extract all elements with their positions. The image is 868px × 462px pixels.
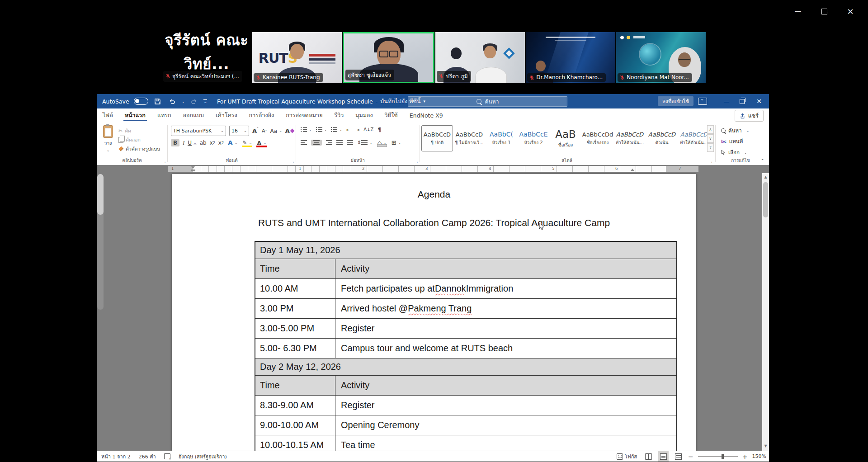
meeting-minimize-button[interactable]: — xyxy=(791,5,805,17)
copy-button[interactable]: คัดลอก xyxy=(118,136,160,144)
style-normal[interactable]: AaBbCcD¶ ปกติ xyxy=(421,125,453,151)
style-emphasis[interactable]: AaBbCcDตัวเน้น xyxy=(646,125,678,151)
style-subtitle[interactable]: AaBbCcDdชื่อเรื่องรอง xyxy=(582,125,613,151)
horizontal-ruler[interactable]: 1 1 2 3 4 5 6 7 xyxy=(168,166,698,172)
zoom-out-button[interactable]: − xyxy=(688,453,693,460)
line-spacing-button[interactable]: ⇕⌄ xyxy=(357,140,373,146)
tab-insert[interactable]: แทรก xyxy=(151,108,177,122)
undo-button[interactable] xyxy=(167,96,177,106)
change-case-button[interactable]: Aa⌄ xyxy=(270,128,282,134)
styles-scroll-up[interactable]: ∧ xyxy=(707,125,714,134)
styles-scroll-down[interactable]: ∨ xyxy=(707,134,714,143)
search-box[interactable]: ค้นหา xyxy=(408,96,567,107)
page-indicator[interactable]: หน้า 1 จาก 2 xyxy=(101,453,131,461)
text-effects-button[interactable]: A⌄ xyxy=(227,139,239,146)
scrollbar-thumb[interactable] xyxy=(763,182,768,217)
word-count[interactable]: 266 คำ xyxy=(139,453,156,461)
align-left-button[interactable] xyxy=(301,140,307,145)
bullets-button[interactable]: ⌄ xyxy=(301,127,312,132)
quick-access-customize-button[interactable]: ⌄ xyxy=(203,99,207,104)
participant-tile-noordiyana[interactable]: Noordiyana Mat Noor... xyxy=(616,32,706,83)
tab-view[interactable]: มุมมอง xyxy=(349,108,378,122)
style-title[interactable]: AaBชื่อเรื่อง xyxy=(550,125,581,151)
language-indicator[interactable]: อังกฤษ (สหรัฐอเมริกา) xyxy=(179,453,227,461)
zoom-in-button[interactable]: + xyxy=(742,453,748,460)
tab-design[interactable]: ออกแบบ xyxy=(177,108,210,122)
style-heading2[interactable]: AaBbCcEหัวเรื่อง 2 xyxy=(518,125,549,151)
style-heading1[interactable]: AaBbC(หัวเรื่อง 1 xyxy=(486,125,517,151)
print-layout-button[interactable] xyxy=(658,451,669,462)
style-no-spacing[interactable]: AaBbCcD¶ ไม่มีการเว้... xyxy=(453,125,485,151)
increase-indent-button[interactable]: ⇥ xyxy=(355,127,359,133)
strikethrough-button[interactable]: ab xyxy=(200,140,207,146)
find-button[interactable]: ค้นหา⌄ xyxy=(721,126,749,135)
participant-tile-kansinee[interactable]: RUTS Kansinee RUTS-Trang xyxy=(252,32,342,83)
numbering-button[interactable]: ⌄ xyxy=(316,127,327,132)
participant-tile-supatcha-speaking[interactable]: สุพัชชา ซูเสียงแจ้ว xyxy=(343,32,435,83)
document-title[interactable]: For UMT Draft Tropical Aquaculture Works… xyxy=(217,94,425,108)
replace-button[interactable]: bcแทนที่ xyxy=(721,137,749,146)
ribbon-display-options-button[interactable] xyxy=(698,98,707,105)
vertical-scrollbar[interactable]: ▲ ▼ xyxy=(762,173,769,451)
subscript-button[interactable]: x2 xyxy=(210,140,215,146)
align-center-button[interactable] xyxy=(311,140,322,146)
proofing-errors-icon[interactable] xyxy=(164,453,170,459)
styles-dialog-launcher[interactable]: ⌟ xyxy=(710,159,712,164)
highlight-button[interactable]: ✎⌄ xyxy=(242,140,253,146)
distribute-button[interactable] xyxy=(347,140,353,145)
font-color-button[interactable]: A⌄ xyxy=(256,140,267,146)
tab-help[interactable]: วิธีใช้ xyxy=(379,108,404,122)
clipboard-dialog-launcher[interactable]: ⌟ xyxy=(164,159,165,164)
styles-more-button[interactable]: ⇳ xyxy=(707,143,714,152)
font-family-combo[interactable]: TH SarabunPSK⌄ xyxy=(171,126,226,136)
focus-mode-button[interactable]: โฟกัส xyxy=(615,451,639,462)
tab-layout[interactable]: เค้าโครง xyxy=(210,108,243,122)
web-layout-button[interactable] xyxy=(673,451,684,462)
sign-in-button[interactable]: ลงชื่อเข้าใช้ xyxy=(658,96,693,106)
tab-home[interactable]: หน้าแรก xyxy=(119,108,151,122)
tab-file[interactable]: ไฟล์ xyxy=(97,108,119,122)
tab-review[interactable]: รีวิว xyxy=(328,108,349,122)
indent-marker-right[interactable] xyxy=(631,167,635,171)
participant-tile-preeda[interactable]: ปรีดา ภูมิ xyxy=(435,32,525,83)
meeting-close-button[interactable]: ✕ xyxy=(844,5,857,17)
tab-references[interactable]: การอ้างอิง xyxy=(243,108,280,122)
scroll-down-arrow[interactable]: ▼ xyxy=(762,442,769,449)
zoom-level[interactable]: 150% xyxy=(752,453,766,459)
save-button[interactable] xyxy=(153,96,163,106)
share-button[interactable]: แชร์ xyxy=(735,110,764,122)
shading-button[interactable]: ◇⌄ xyxy=(377,140,387,146)
paste-button[interactable]: วาง ⌄ xyxy=(100,125,116,158)
multilevel-list-button[interactable]: ⌄ xyxy=(331,127,342,132)
superscript-button[interactable]: x2 xyxy=(218,140,224,146)
zoom-slider[interactable] xyxy=(698,456,738,457)
left-scroll-indicator[interactable] xyxy=(97,174,104,310)
format-painter-button[interactable]: ตัวคัดวางรูปแบบ xyxy=(118,145,160,153)
scroll-up-arrow[interactable]: ▲ xyxy=(762,173,769,180)
word-close-button[interactable]: ✕ xyxy=(749,94,769,108)
indent-marker-left[interactable] xyxy=(191,166,195,171)
document-page[interactable]: Agenda RUTS and UMT International Collab… xyxy=(172,174,696,451)
read-mode-button[interactable] xyxy=(643,451,654,462)
tab-mailings[interactable]: การส่งจดหมาย xyxy=(280,108,328,122)
meeting-restore-button[interactable] xyxy=(817,5,831,17)
autosave-toggle[interactable] xyxy=(134,98,148,105)
style-subtle-emphasis[interactable]: AaBbCcDทำให้ตัวเน้น... xyxy=(614,125,646,151)
underline-button[interactable]: U⌄ xyxy=(188,140,197,146)
zoom-slider-thumb[interactable] xyxy=(722,454,724,459)
style-intense-emphasis[interactable]: AaBbCcDทำให้ตัวเน้น... xyxy=(678,125,710,151)
pilcrow-button[interactable]: ¶ xyxy=(377,126,381,133)
tab-endnote[interactable]: EndNote X9 xyxy=(404,108,449,122)
collapse-ribbon-button[interactable]: ⌃ xyxy=(761,158,764,163)
clear-formatting-button[interactable]: A xyxy=(285,127,294,134)
shrink-font-button[interactable]: Aˇ xyxy=(262,128,267,134)
cut-button[interactable]: ✂ตัด xyxy=(118,127,160,135)
align-right-button[interactable] xyxy=(326,140,332,145)
italic-button[interactable]: I xyxy=(183,140,184,146)
undo-caret[interactable]: ⌄ xyxy=(182,99,185,104)
redo-button[interactable] xyxy=(189,96,199,106)
select-button[interactable]: เลือก⌄ xyxy=(721,148,749,157)
paragraph-dialog-launcher[interactable]: ⌟ xyxy=(416,159,418,164)
font-size-combo[interactable]: 16⌄ xyxy=(229,126,249,136)
participant-tile-manoch[interactable]: Dr.Manoch Khamcharo... xyxy=(526,32,615,83)
